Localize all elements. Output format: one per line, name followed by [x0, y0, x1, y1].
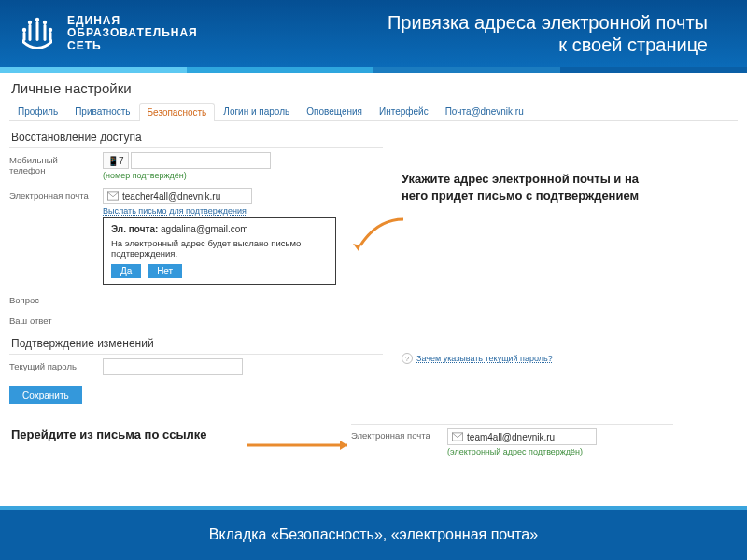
svg-rect-8 [44, 24, 47, 41]
callout-follow-link: Перейдите из письма по ссылке [11, 427, 207, 441]
tab-alerts[interactable]: Оповещения [298, 102, 371, 120]
tab-login[interactable]: Логин и пароль [215, 102, 298, 120]
row-current-password: Текущий пароль [9, 355, 383, 379]
envelope-icon [107, 191, 119, 201]
page-title: Личные настройки [11, 80, 738, 96]
email-confirmed-hint: (электронный адрес подтверждён) [447, 447, 597, 456]
email-confirmed-snippet: Электронная почта team4all@dnevnik.ru (э… [351, 424, 673, 456]
email-input[interactable]: teacher4all@dnevnik.ru [103, 188, 252, 204]
svg-rect-5 [23, 32, 26, 41]
help-icon: ? [402, 353, 413, 364]
phone-confirmed-hint: (номер подтверждён) [103, 171, 383, 180]
section-confirm-changes: Подтверждение изменений [9, 333, 383, 355]
why-password-help-link[interactable]: ?Зачем указывать текущий пароль? [402, 353, 553, 364]
confirmed-email-input[interactable]: team4all@dnevnik.ru [447, 428, 597, 445]
tab-profile[interactable]: Профиль [9, 102, 66, 120]
brand-logo-block: ЕДИНАЯ ОБРАЗОВАТЕЛЬНАЯ СЕТЬ [17, 13, 198, 54]
row-answer: Ваш ответ [9, 309, 383, 329]
slide-header: ЕДИНАЯ ОБРАЗОВАТЕЛЬНАЯ СЕТЬ Привязка адр… [0, 0, 747, 67]
confirm-no-button[interactable]: Нет [148, 264, 182, 278]
svg-rect-9 [49, 32, 52, 41]
svg-rect-7 [36, 21, 39, 41]
phone-prefix: 📱 7 [103, 152, 129, 169]
callout-enter-email: Укажите адрес электронной почты и на нег… [402, 171, 663, 203]
svg-point-2 [35, 18, 39, 21]
arrow-2-icon [247, 439, 359, 452]
screenshot-content: Личные настройки Профиль Приватность Без… [0, 73, 747, 506]
row-question: Вопрос [9, 288, 383, 309]
tab-interface[interactable]: Интерфейс [371, 102, 437, 120]
envelope-icon [452, 432, 463, 441]
tab-privacy[interactable]: Приватность [66, 102, 138, 120]
svg-rect-6 [29, 24, 32, 41]
svg-point-4 [49, 28, 52, 32]
settings-tabs: Профиль Приватность Безопасность Логин и… [9, 102, 738, 121]
slide-footer: Вкладка «Безопасность», «электронная поч… [0, 506, 747, 560]
phone-input[interactable] [131, 152, 271, 169]
hand-logo-icon [17, 13, 58, 54]
send-confirmation-link[interactable]: Выслать письмо для подтверждения [103, 206, 383, 216]
slide-title: Привязка адреса электронной почты к свое… [198, 11, 730, 56]
svg-point-3 [43, 21, 47, 24]
save-button[interactable]: Сохранить [9, 386, 82, 404]
svg-point-0 [22, 28, 26, 32]
row-email: Электронная почта teacher4all@dnevnik.ru… [9, 184, 383, 288]
tab-security[interactable]: Безопасность [139, 103, 216, 121]
confirm-dialog: Эл. почта: agdalina@gmail.com На электро… [103, 217, 336, 285]
brand-text: ЕДИНАЯ ОБРАЗОВАТЕЛЬНАЯ СЕТЬ [67, 15, 198, 52]
section-restore-access: Восстановление доступа [9, 127, 383, 148]
tab-mail[interactable]: Почта@dnevnik.ru [437, 102, 532, 120]
current-password-input[interactable] [103, 358, 243, 375]
row-mobile-phone: Мобильный телефон 📱 7 (номер подтверждён… [9, 148, 383, 184]
confirm-yes-button[interactable]: Да [111, 264, 141, 278]
svg-point-1 [28, 21, 32, 24]
